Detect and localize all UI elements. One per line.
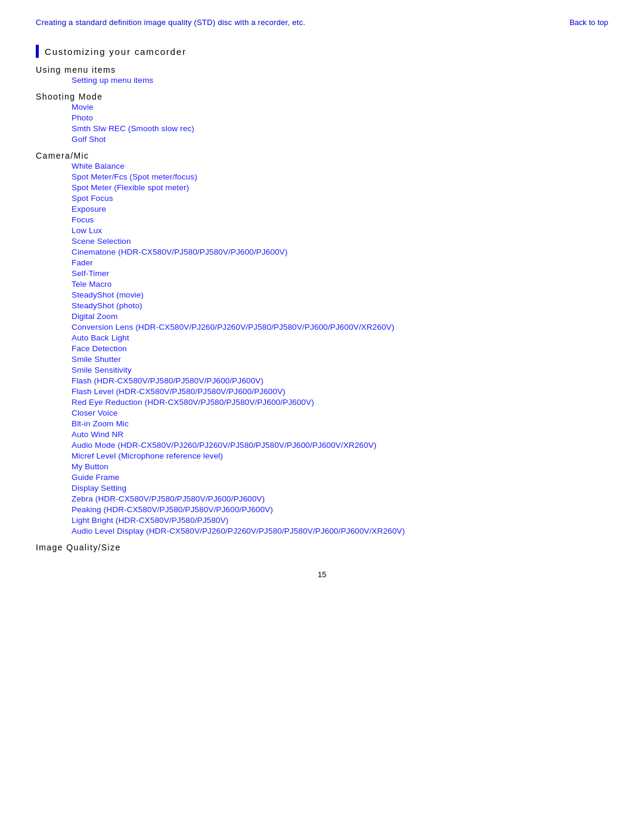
link-smile-shutter[interactable]: Smile Shutter — [72, 355, 608, 364]
link-light-bright[interactable]: Light Bright (HDR-CX580V/PJ580/PJ580V) — [72, 516, 608, 525]
content-area: Customizing your camcorder Using menu it… — [0, 45, 644, 579]
link-setting-up-menu-items[interactable]: Setting up menu items — [72, 76, 608, 85]
link-exposure[interactable]: Exposure — [72, 205, 608, 213]
link-self-timer[interactable]: Self-Timer — [72, 269, 608, 278]
link-cinematone[interactable]: Cinematone (HDR-CX580V/PJ580/PJ580V/PJ60… — [72, 247, 608, 256]
link-tele-macro[interactable]: Tele Macro — [72, 280, 608, 289]
link-golf-shot[interactable]: Golf Shot — [72, 135, 608, 144]
link-face-detection[interactable]: Face Detection — [72, 344, 608, 353]
link-white-balance[interactable]: White Balance — [72, 162, 608, 171]
link-spot-meter-flexible[interactable]: Spot Meter (Flexible spot meter) — [72, 183, 608, 192]
page-number: 15 — [36, 570, 608, 579]
link-smile-sensitivity[interactable]: Smile Sensitivity — [72, 366, 608, 374]
section-image-quality: Image Quality/Size — [36, 543, 608, 552]
section-shooting-mode: Shooting Mode Movie Photo Smth Slw REC (… — [36, 92, 608, 144]
section-customizing: Customizing your camcorder — [36, 45, 608, 58]
link-auto-back-light[interactable]: Auto Back Light — [72, 333, 608, 342]
link-my-button[interactable]: My Button — [72, 462, 608, 471]
top-link-area: Creating a standard definition image qua… — [0, 18, 644, 39]
subsection-shooting-mode: Shooting Mode — [36, 92, 608, 101]
link-smth-slw-rec[interactable]: Smth Slw REC (Smooth slow rec) — [72, 124, 608, 133]
link-audio-mode[interactable]: Audio Mode (HDR-CX580V/PJ260/PJ260V/PJ58… — [72, 441, 608, 450]
link-flash-level[interactable]: Flash Level (HDR-CX580V/PJ580/PJ580V/PJ6… — [72, 387, 608, 396]
link-spot-meter-fcs[interactable]: Spot Meter/Fcs (Spot meter/focus) — [72, 172, 608, 181]
link-closer-voice[interactable]: Closer Voice — [72, 408, 608, 417]
link-audio-level-display[interactable]: Audio Level Display (HDR-CX580V/PJ260/PJ… — [72, 527, 608, 535]
image-quality-label: Image Quality/Size — [36, 543, 121, 552]
link-zebra[interactable]: Zebra (HDR-CX580V/PJ580/PJ580V/PJ600/PJ6… — [72, 494, 608, 503]
subsection-using-menu: Using menu items — [36, 65, 608, 75]
section-camera-mic: Camera/Mic White Balance Spot Meter/Fcs … — [36, 151, 608, 535]
subsection-camera-mic: Camera/Mic — [36, 151, 608, 160]
link-low-lux[interactable]: Low Lux — [72, 226, 608, 235]
link-movie[interactable]: Movie — [72, 103, 608, 112]
link-peaking[interactable]: Peaking (HDR-CX580V/PJ580/PJ580V/PJ600/P… — [72, 505, 608, 514]
link-steadyshot-photo[interactable]: SteadyShot (photo) — [72, 301, 608, 310]
link-digital-zoom[interactable]: Digital Zoom — [72, 312, 608, 321]
section-using-menu: Using menu items Setting up menu items — [36, 65, 608, 85]
section-title-customizing: Customizing your camcorder — [45, 47, 187, 57]
link-spot-focus[interactable]: Spot Focus — [72, 194, 608, 203]
subsection-title-using-menu: Using menu items — [36, 65, 116, 75]
link-conversion-lens[interactable]: Conversion Lens (HDR-CX580V/PJ260/PJ260V… — [72, 323, 608, 332]
link-flash[interactable]: Flash (HDR-CX580V/PJ580/PJ580V/PJ600/PJ6… — [72, 376, 608, 385]
link-photo[interactable]: Photo — [72, 113, 608, 122]
link-micref-level[interactable]: Micref Level (Microphone reference level… — [72, 451, 608, 460]
subsection-title-camera-mic: Camera/Mic — [36, 151, 89, 160]
link-scene-selection[interactable]: Scene Selection — [72, 237, 608, 246]
link-guide-frame[interactable]: Guide Frame — [72, 473, 608, 482]
link-blt-in-zoom-mic[interactable]: Blt-in Zoom Mic — [72, 419, 608, 428]
subsection-title-shooting-mode: Shooting Mode — [36, 92, 103, 101]
blue-bar-icon — [36, 45, 39, 58]
section-header-customizing: Customizing your camcorder — [36, 45, 608, 58]
page-container: Creating a standard definition image qua… — [0, 0, 644, 833]
creating-link[interactable]: Creating a standard definition image qua… — [36, 18, 305, 27]
link-focus[interactable]: Focus — [72, 215, 608, 224]
link-display-setting[interactable]: Display Setting — [72, 484, 608, 493]
link-fader[interactable]: Fader — [72, 258, 608, 267]
back-to-top-link[interactable]: Back to top — [569, 18, 608, 27]
link-auto-wind-nr[interactable]: Auto Wind NR — [72, 430, 608, 439]
link-red-eye-reduction[interactable]: Red Eye Reduction (HDR-CX580V/PJ580/PJ58… — [72, 398, 608, 407]
link-steadyshot-movie[interactable]: SteadyShot (movie) — [72, 290, 608, 299]
